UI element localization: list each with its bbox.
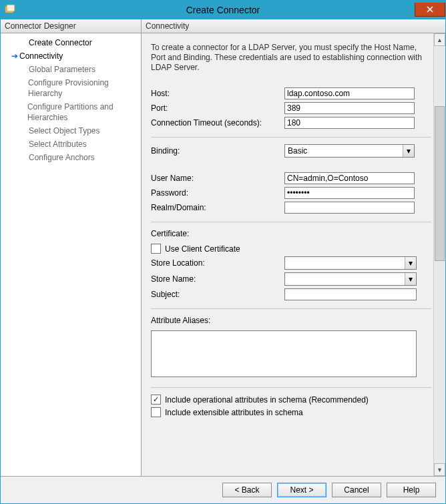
username-input[interactable]: [284, 172, 415, 184]
store-location-label: Store Location:: [151, 258, 284, 268]
nav-partitions-hierarchies[interactable]: ➔Configure Partitions and Hierarchies: [1, 100, 141, 124]
include-operational-label: Include operational attributes in schema…: [165, 395, 369, 405]
content: To create a connector for a LDAP Server,…: [142, 33, 433, 476]
nav-list: ➔Create Connector ➔Connectivity ➔Global …: [1, 33, 141, 167]
store-name-combo[interactable]: ▾: [284, 272, 417, 286]
nav-global-parameters[interactable]: ➔Global Parameters: [1, 63, 141, 76]
nav-object-types[interactable]: ➔Select Object Types: [1, 124, 141, 138]
separator: [151, 222, 431, 222]
include-extensible-label: Include extensible attributes in schema: [165, 408, 303, 417]
timeout-input[interactable]: [284, 117, 415, 129]
use-client-cert-row[interactable]: Use Client Certificate: [151, 244, 431, 254]
nav-label: Configure Anchors: [29, 152, 95, 163]
close-button[interactable]: [415, 3, 445, 17]
realm-label: Realm/Domain:: [151, 203, 284, 212]
nav-label: Global Parameters: [29, 64, 95, 75]
nav-label: Configure Provisioning Hierarchy: [28, 77, 137, 99]
password-input[interactable]: [284, 187, 415, 199]
binding-combo[interactable]: Basic ▾: [284, 144, 415, 158]
titlebar: Create Connector: [1, 1, 445, 19]
nav-label: Configure Partitions and Hierarchies: [27, 101, 137, 123]
nav-select-attributes[interactable]: ➔Select Attributes: [1, 138, 141, 151]
include-operational-checkbox[interactable]: [151, 395, 161, 405]
separator: [151, 137, 431, 138]
app-icon: [5, 5, 15, 15]
separator: [151, 308, 431, 309]
port-label: Port:: [151, 103, 284, 113]
content-wrap: To create a connector for a LDAP Server,…: [142, 33, 445, 476]
use-client-cert-label: Use Client Certificate: [165, 244, 240, 254]
nav-label: Select Object Types: [29, 125, 100, 136]
nav-label: Connectivity: [19, 51, 63, 61]
binding-value: Basic: [285, 146, 403, 156]
sidebar: Connector Designer ➔Create Connector ➔Co…: [1, 19, 142, 476]
username-label: User Name:: [151, 174, 284, 183]
next-button[interactable]: Next >: [277, 483, 326, 497]
attr-aliases-textarea[interactable]: [151, 330, 417, 377]
help-button[interactable]: Help: [387, 483, 436, 497]
realm-input[interactable]: [284, 202, 415, 214]
chevron-down-icon: ▾: [405, 273, 416, 285]
subject-input[interactable]: [284, 288, 417, 300]
wizard-footer: < Back Next > Cancel Help: [1, 476, 445, 503]
port-input[interactable]: [284, 102, 415, 114]
store-name-label: Store Name:: [151, 274, 284, 284]
sidebar-header: Connector Designer: [1, 19, 141, 33]
attr-aliases-label: Attribute Aliases:: [151, 316, 431, 325]
main-panel: Connectivity To create a connector for a…: [142, 19, 445, 476]
password-label: Password:: [151, 188, 284, 198]
separator: [151, 387, 431, 388]
main-header: Connectivity: [142, 19, 445, 33]
binding-label: Binding:: [151, 146, 284, 156]
nav-connectivity[interactable]: ➔Connectivity: [1, 49, 141, 63]
chevron-down-icon: ▾: [403, 145, 414, 157]
wizard-body: Connector Designer ➔Create Connector ➔Co…: [1, 19, 445, 476]
include-operational-row[interactable]: Include operational attributes in schema…: [151, 395, 431, 405]
nav-label: Select Attributes: [29, 139, 87, 150]
certificate-label: Certificate:: [151, 229, 431, 238]
nav-provisioning-hierarchy[interactable]: ➔Configure Provisioning Hierarchy: [1, 76, 141, 100]
store-location-combo[interactable]: ▾: [284, 256, 417, 270]
cancel-button[interactable]: Cancel: [332, 483, 381, 497]
wizard-window: Create Connector Connector Designer ➔Cre…: [0, 0, 446, 504]
use-client-cert-checkbox[interactable]: [151, 244, 161, 254]
nav-configure-anchors[interactable]: ➔Configure Anchors: [1, 151, 141, 164]
back-button[interactable]: < Back: [222, 483, 272, 497]
svg-rect-1: [7, 5, 15, 11]
timeout-label: Connection Timeout (seconds):: [151, 118, 284, 128]
vertical-scrollbar[interactable]: ▲ ▼: [433, 33, 445, 476]
window-title: Create Connector: [1, 5, 445, 15]
host-label: Host:: [151, 89, 284, 98]
scroll-down-button[interactable]: ▼: [434, 463, 445, 476]
scroll-track[interactable]: [434, 46, 445, 463]
scroll-thumb[interactable]: [435, 106, 445, 261]
intro-text: To create a connector for a LDAP Server,…: [151, 43, 431, 73]
host-input[interactable]: [284, 87, 415, 99]
nav-create-connector[interactable]: ➔Create Connector: [1, 36, 141, 49]
nav-label: Create Connector: [29, 37, 92, 48]
scroll-up-button[interactable]: ▲: [434, 33, 445, 46]
include-extensible-checkbox[interactable]: [151, 407, 161, 417]
include-extensible-row[interactable]: Include extensible attributes in schema: [151, 407, 431, 417]
chevron-down-icon: ▾: [405, 257, 416, 269]
subject-label: Subject:: [151, 290, 284, 299]
